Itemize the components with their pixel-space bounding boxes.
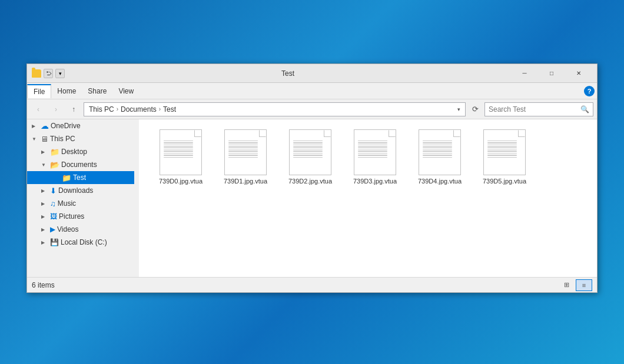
file-line <box>358 155 387 156</box>
file-item[interactable]: 739D4.jpg.vtua <box>407 129 472 191</box>
search-box: 🔍 <box>484 102 593 116</box>
sidebar-item-thispc[interactable]: ▼ 🖥 This PC <box>27 132 134 145</box>
cloud-icon: ☁ <box>41 121 49 131</box>
file-line <box>487 155 517 156</box>
expand-pictures[interactable]: ▶ <box>41 214 48 219</box>
expand-music[interactable]: ▶ <box>41 201 48 206</box>
expand-documents[interactable]: ▼ <box>41 162 48 168</box>
file-line <box>487 142 517 143</box>
path-dropdown-arrow[interactable]: ▾ <box>457 106 460 112</box>
back-button[interactable]: ‹ <box>31 102 46 116</box>
expand-onedrive[interactable]: ▶ <box>32 123 39 129</box>
search-input[interactable] <box>489 105 578 113</box>
file-item[interactable]: 739D2.jpg.vtua <box>278 129 343 191</box>
sidebar-wrapper: ▶ ☁ OneDrive ▼ 🖥 This PC ▶ 📁 Desktop <box>27 119 139 277</box>
file-line <box>293 146 323 148</box>
file-line <box>228 145 258 146</box>
file-line <box>423 145 452 146</box>
file-line <box>164 151 193 152</box>
window-title: Test <box>65 69 511 78</box>
sidebar-label-test: Test <box>73 173 86 182</box>
expand-videos[interactable]: ▶ <box>41 227 48 232</box>
file-line <box>423 151 452 152</box>
file-item[interactable]: 739D3.jpg.vtua <box>343 129 407 191</box>
menu-bar: File Home Share View ? <box>27 83 597 99</box>
file-icon <box>224 129 267 175</box>
sidebar-item-onedrive[interactable]: ▶ ☁ OneDrive <box>27 119 134 132</box>
file-line <box>228 153 258 154</box>
file-line <box>423 157 452 158</box>
sidebar-item-videos[interactable]: ▶ ▶ Videos <box>27 223 134 236</box>
menu-share[interactable]: Share <box>82 85 112 98</box>
file-line <box>358 141 387 142</box>
qat-btn-1[interactable]: ⮌ <box>44 69 53 78</box>
file-line <box>423 142 452 143</box>
file-icon <box>289 129 331 175</box>
sidebar-label-downloads: Downloads <box>58 186 93 195</box>
sidebar-item-music[interactable]: ▶ ♫ Music <box>27 197 134 210</box>
file-line <box>423 149 452 150</box>
search-icon[interactable]: 🔍 <box>580 105 589 113</box>
file-line <box>423 141 452 142</box>
file-icon <box>483 129 526 175</box>
file-item[interactable]: 739D0.jpg.vtua <box>148 129 213 191</box>
sidebar-label-pictures: Pictures <box>59 212 84 221</box>
file-line <box>293 151 323 152</box>
up-button[interactable]: ↑ <box>66 102 81 116</box>
explorer-window: ⮌ ▾ Test ─ □ ✕ File Home Share View ? ‹ … <box>26 64 598 293</box>
folder-icon-title <box>32 69 41 78</box>
minimize-button[interactable]: ─ <box>511 64 538 83</box>
file-line <box>293 142 323 143</box>
sidebar-item-desktop[interactable]: ▶ 📁 Desktop <box>27 145 134 158</box>
path-documents[interactable]: Documents <box>121 105 157 113</box>
qat-btn-2[interactable]: ▾ <box>55 69 65 78</box>
view-list-button[interactable]: ≡ <box>576 279 592 291</box>
sidebar-item-localdisk[interactable]: ▶ 💾 Local Disk (C:) <box>27 236 134 249</box>
view-grid-button[interactable]: ⊞ <box>558 279 575 291</box>
sidebar-item-pictures[interactable]: ▶ 🖼 Pictures <box>27 210 134 223</box>
file-line <box>487 145 517 146</box>
close-button[interactable]: ✕ <box>565 64 592 83</box>
file-line <box>487 157 517 158</box>
sidebar-item-test[interactable]: 📁 Test <box>27 171 134 184</box>
file-item[interactable]: 739D1.jpg.vtua <box>213 129 278 191</box>
file-line <box>423 146 452 148</box>
maximize-button[interactable]: □ <box>538 64 565 83</box>
file-line <box>228 146 258 148</box>
folder-icon-test: 📁 <box>62 173 71 182</box>
menu-view[interactable]: View <box>112 85 140 98</box>
refresh-button[interactable]: ⟳ <box>468 102 482 116</box>
help-button[interactable]: ? <box>584 86 595 96</box>
path-this-pc[interactable]: This PC <box>89 105 114 113</box>
file-area: 739D0.jpg.vtua739D1.jpg.vtua739D2.jpg.vt… <box>139 119 597 277</box>
expand-desktop[interactable]: ▶ <box>41 149 48 155</box>
video-icon: ▶ <box>50 225 55 233</box>
folder-icon-documents: 📂 <box>50 161 59 169</box>
file-line <box>164 155 193 156</box>
expand-thispc[interactable]: ▼ <box>32 136 39 142</box>
expand-localdisk[interactable]: ▶ <box>41 240 48 245</box>
sidebar-item-documents[interactable]: ▼ 📂 Documents <box>27 158 134 171</box>
forward-button[interactable]: › <box>48 102 64 116</box>
sidebar-item-downloads[interactable]: ▶ ⬇ Downloads <box>27 184 134 197</box>
sidebar-label-onedrive: OneDrive <box>51 122 81 130</box>
file-line <box>487 151 517 152</box>
file-line <box>487 153 517 154</box>
main-content: ▶ ☁ OneDrive ▼ 🖥 This PC ▶ 📁 Desktop <box>27 119 597 277</box>
path-test[interactable]: Test <box>163 105 176 113</box>
file-line <box>228 141 258 142</box>
file-line <box>164 142 193 143</box>
address-path[interactable]: This PC › Documents › Test ▾ <box>84 102 466 116</box>
menu-home[interactable]: Home <box>51 85 82 98</box>
expand-downloads[interactable]: ▶ <box>41 188 48 193</box>
file-item[interactable]: 739D5.jpg.vtua <box>472 129 537 191</box>
file-line <box>228 155 258 156</box>
path-sep-2: › <box>159 106 161 112</box>
address-bar: ‹ › ↑ This PC › Documents › Test ▾ ⟳ 🔍 <box>27 99 597 119</box>
title-bar: ⮌ ▾ Test ─ □ ✕ <box>27 64 597 83</box>
file-name: 739D5.jpg.vtua <box>483 178 526 185</box>
file-icon <box>160 129 202 175</box>
file-line <box>358 146 387 148</box>
menu-file[interactable]: File <box>27 84 51 98</box>
download-icon: ⬇ <box>50 186 57 195</box>
